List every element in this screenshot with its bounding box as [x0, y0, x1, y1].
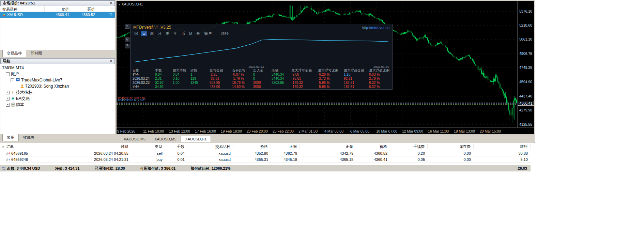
time-axis-label-0: 9 Feb 2026 — [117, 129, 135, 133]
mw-column-header-3[interactable]: ! — [97, 6, 115, 12]
equity-date-label: 2026.03.23 — [248, 65, 264, 69]
nav-item-4[interactable]: +f技术指标 — [0, 89, 115, 95]
mtdriver-titlebar: MTDriver统计 ,V3.25 http://mtdriver.cn — [131, 24, 392, 31]
chart-symbol-label: ▾XAUUSD,H1 — [119, 2, 143, 6]
navigator-tab-1[interactable]: 收藏夹 — [19, 134, 39, 141]
time-axis-label-5: 23 Feb 20:00 — [247, 129, 268, 133]
stats-menu-4[interactable]: 季 — [165, 31, 170, 36]
terminal-column-5[interactable]: 价格 — [233, 144, 271, 149]
mtdriver-title: MTDriver统计 ,V3.25 — [133, 25, 171, 30]
nav-item-0[interactable]: TMGM MT4 — [0, 65, 115, 71]
stats-menu-0[interactable]: 综 — [133, 31, 139, 36]
time-axis[interactable]: 9 Feb 202611 Feb 10:0013 Feb 12:0017 Feb… — [117, 127, 534, 134]
price-scale-label-6: 4437.40 — [519, 94, 532, 98]
stats-menu-7[interactable]: M — [188, 32, 193, 36]
nav-item-label: 账户 — [11, 71, 19, 77]
navigator-tab-0[interactable]: 常用 — [2, 134, 19, 141]
navigator-close-icon[interactable]: × — [109, 59, 113, 63]
time-axis-label-3: 17 Feb 16:00 — [195, 129, 216, 133]
price-scale[interactable]: 4360.41 5376.105218.605061.104906.754749… — [517, 1, 534, 127]
mw-column-header-2[interactable]: 买价 — [71, 6, 97, 12]
market-watch-tab-1[interactable]: 即时图 — [26, 50, 46, 57]
stats-side-button-1[interactable]: V — [125, 37, 129, 42]
price-scale-label-3: 4906.75 — [519, 51, 532, 56]
navigator-titlebar[interactable]: 导航 × — [0, 58, 115, 64]
stats-table-row-2: 2026.03.2332.571.001245502.9516.76 %3000… — [133, 81, 390, 85]
terminal-column-10[interactable]: 库存费 — [428, 144, 474, 149]
terminal-column-0[interactable]: 订单 — [5, 144, 61, 149]
navigator-title: 导航 — [3, 59, 10, 64]
summary-item-2: 已用预付款: 28.30 — [94, 166, 125, 171]
nav-item-5[interactable]: +EA交易 — [0, 95, 115, 102]
nav-item-6[interactable]: +脚本 — [0, 102, 115, 108]
time-axis-label-8: 4 Mar 03:00 — [324, 129, 343, 133]
terminal-column-1[interactable]: 时间 — [61, 144, 131, 149]
chart-tab-1[interactable]: XAUUSD,M5 — [150, 136, 181, 142]
stats-table-row-1: 2026.03.242.310.10129-62.61-1.79 %03440.… — [133, 77, 390, 81]
chart-plot[interactable]: ▾XAUUSD,H1 #64569165 sell 0.04#64569248 … — [117, 1, 517, 127]
market-watch-close-icon[interactable]: × — [109, 1, 113, 5]
time-axis-label-10: 10 Mar 07:00 — [376, 129, 397, 133]
nav-item-3[interactable]: 7202933: Song Xinzhan — [0, 83, 115, 89]
chart-tab-0[interactable]: XAUUSD,M5 — [119, 136, 150, 142]
nav-item-1[interactable]: −账户 — [0, 71, 115, 77]
time-axis-label-2: 13 Feb 12:00 — [169, 129, 190, 133]
stats-menu-3[interactable]: 月 — [157, 31, 163, 36]
expand-icon[interactable]: + — [6, 103, 10, 107]
stats-menu-10[interactable]: 路径 — [220, 31, 230, 36]
price-scale-label-7: 4279.90 — [519, 108, 532, 112]
time-axis-label-1: 11 Feb 10:00 — [143, 129, 164, 133]
terminal-column-2[interactable]: 类型 — [131, 144, 165, 149]
nav-item-2[interactable]: −TradeMaxGlobal-Live7 — [0, 77, 115, 83]
market-watch-tab-0[interactable]: 交易品种 — [2, 50, 26, 57]
stats-menu-1[interactable]: 日 — [141, 31, 147, 36]
stats-menu-5[interactable]: 年 — [172, 31, 178, 36]
mtdriver-link[interactable]: http://mtdriver.cn — [362, 26, 389, 30]
expand-icon[interactable]: + — [6, 97, 10, 101]
nav-item-label: 脚本 — [16, 102, 24, 108]
mw-column-header-1[interactable]: 卖价 — [45, 6, 71, 12]
terminal-column-4[interactable]: 交易品种 — [187, 144, 233, 149]
terminal-column-6[interactable]: 止损 — [271, 144, 300, 149]
chart-tab-2[interactable]: XAUUSD,H1 — [181, 136, 211, 142]
terminal-column-11[interactable]: 获利 — [474, 144, 531, 149]
order-row-64569165[interactable]: 645691652026.03.24 04:20:55sell0.04xauus… — [5, 150, 531, 156]
nav-item-label: 7202933: Song Xinzhan — [25, 84, 69, 89]
expand-icon[interactable]: + — [6, 91, 10, 94]
time-axis-label-6: 25 Feb 22:00 — [273, 129, 294, 133]
one-click-trading-collapse-icon[interactable]: ▾ — [119, 3, 120, 6]
market-watch-header: 交易品种卖价买价! — [0, 6, 115, 12]
stats-side-button-0[interactable]: ≡ — [125, 24, 129, 29]
market-watch-titlebar[interactable]: 市场报价: 04:23:51 × — [0, 0, 115, 6]
current-price-label: 4360.41 — [518, 101, 534, 106]
stats-menu-6[interactable]: 币 — [180, 31, 186, 36]
stats-menu-9[interactable]: 账户 — [203, 31, 213, 36]
mtdriver-stats-panel[interactable]: MTDriver统计 ,V3.25 http://mtdriver.cn 综日周… — [130, 24, 393, 90]
market-watch-panel: 市场报价: 04:23:51 × 交易品种卖价买价! XAUUSD4360.41… — [0, 0, 115, 57]
script-icon — [11, 103, 15, 107]
price-scale-label-5: 4594.90 — [519, 80, 532, 84]
summary-item-3: 可用预付款: 3 386.01 — [140, 166, 176, 171]
stats-menu-2[interactable]: 周 — [149, 31, 155, 36]
balance-icon — [2, 167, 6, 170]
server-icon — [16, 78, 20, 82]
summary-item-0: 余额: 3 440.34 USD — [7, 166, 40, 171]
terminal-column-9[interactable]: 手续费 — [390, 144, 428, 149]
time-axis-label-11: 12 Mar 09:00 — [402, 129, 423, 133]
stats-side-button-2[interactable]: ? — [125, 44, 129, 48]
market-watch-row-XAUUSD[interactable]: XAUUSD4360.414360.5211 — [0, 12, 115, 18]
terminal-column-3[interactable]: 手数 — [165, 144, 187, 149]
mw-column-header-0[interactable]: 交易品种 — [0, 6, 45, 12]
symbol-icon — [2, 13, 6, 17]
terminal-column-8[interactable]: 价格 — [356, 144, 390, 149]
mt4-window: 市场报价: 04:23:51 × 交易品种卖价买价! XAUUSD4360.41… — [0, 0, 535, 243]
order-row-64569248[interactable]: 645692482026.03.24 04:21:31buy0.01xauusd… — [5, 156, 531, 163]
terminal-header-row[interactable]: 订单时间类型手数交易品种价格止损止盈价格手续费库存费获利 — [5, 143, 531, 150]
chart-area: ▾XAUUSD,H1 #64569165 sell 0.04#64569248 … — [115, 0, 535, 142]
collapse-icon[interactable]: − — [11, 78, 14, 82]
terminal-panel: × 订单时间类型手数交易品种价格止损止盈价格手续费库存费获利 645691652… — [0, 143, 535, 243]
nav-item-label: TradeMaxGlobal-Live7 — [21, 78, 62, 82]
stats-menu-8[interactable]: 备 — [195, 31, 201, 36]
terminal-column-7[interactable]: 止盈 — [300, 144, 356, 149]
collapse-icon[interactable]: − — [6, 72, 10, 76]
